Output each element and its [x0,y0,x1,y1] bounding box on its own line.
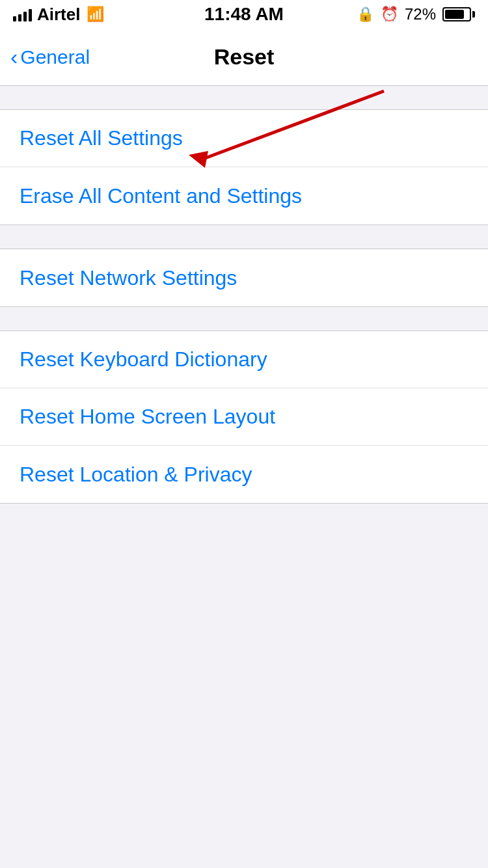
section-group-2: Reset Network Settings [0,249,488,307]
status-time: 11:48 AM [204,4,284,25]
section-gap-3 [0,307,488,331]
lock-icon: 🔒 [357,6,374,23]
reset-network-settings-label: Reset Network Settings [20,266,237,290]
erase-all-content-label: Erase All Content and Settings [20,184,302,208]
back-button[interactable]: ‹ General [10,46,90,68]
status-right: 🔒 ⏰ 72% [357,5,475,23]
nav-bar: ‹ General Reset [0,29,488,86]
reset-all-settings-item[interactable]: Reset All Settings [0,110,488,167]
reset-home-screen-layout-label: Reset Home Screen Layout [20,405,275,429]
section-group-3: Reset Keyboard Dictionary Reset Home Scr… [0,331,488,504]
alarm-icon: ⏰ [381,6,398,23]
signal-bars-icon [13,7,32,21]
battery-percent: 72% [405,5,436,23]
reset-home-screen-layout-item[interactable]: Reset Home Screen Layout [0,388,488,446]
reset-location-privacy-label: Reset Location & Privacy [20,463,252,487]
reset-network-settings-item[interactable]: Reset Network Settings [0,249,488,306]
wifi-icon: 📶 [87,6,104,23]
reset-keyboard-dictionary-label: Reset Keyboard Dictionary [20,347,267,372]
battery-icon [442,7,475,21]
section-gap-2 [0,225,488,249]
carrier-label: Airtel [37,5,80,25]
back-label: General [20,46,90,68]
status-bar: Airtel 📶 11:48 AM 🔒 ⏰ 72% [0,0,488,29]
bottom-space [0,504,488,764]
reset-location-privacy-item[interactable]: Reset Location & Privacy [0,446,488,503]
page-title: Reset [214,44,275,70]
back-chevron-icon: ‹ [10,46,18,68]
reset-keyboard-dictionary-item[interactable]: Reset Keyboard Dictionary [0,331,488,388]
erase-all-content-item[interactable]: Erase All Content and Settings [0,167,488,224]
status-left: Airtel 📶 [13,5,104,25]
section-gap-top [0,86,488,109]
reset-all-settings-label: Reset All Settings [20,126,183,150]
section-group-1: Reset All Settings Erase All Content and… [0,109,488,225]
